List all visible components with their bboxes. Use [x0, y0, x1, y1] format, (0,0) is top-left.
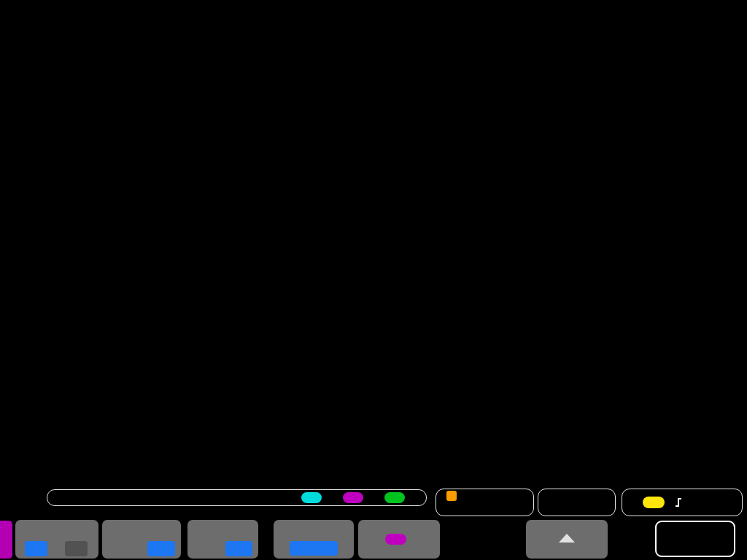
termination-1m-option[interactable] [108, 541, 140, 556]
termination-50-option[interactable] [147, 541, 175, 556]
more-button[interactable] [526, 520, 608, 559]
ch3-readout[interactable] [343, 492, 374, 503]
ch2-badge [301, 492, 322, 503]
label-channel-badge [385, 534, 406, 545]
invert-on-option[interactable] [195, 541, 217, 556]
termination-button[interactable] [102, 520, 181, 559]
ch4-readout[interactable] [384, 492, 416, 503]
channel-menu-tab[interactable] [0, 521, 12, 559]
oscilloscope-screen [0, 0, 747, 560]
horizontal-readout-box[interactable] [436, 489, 534, 516]
trigger-source-badge [643, 497, 665, 508]
ch3-badge [343, 492, 363, 503]
invert-button[interactable] [187, 520, 258, 559]
coupling-button[interactable] [15, 520, 98, 559]
rising-edge-icon [674, 496, 686, 509]
datetime-display [655, 521, 735, 557]
invert-off-option[interactable] [225, 541, 252, 556]
acquisition-readout-box[interactable] [538, 489, 616, 516]
coupling-ac-option[interactable] [65, 541, 88, 556]
channel-readout-box[interactable] [47, 489, 427, 506]
bandwidth-value-option[interactable] [290, 541, 338, 556]
trigger-readout-box[interactable] [622, 489, 743, 516]
bandwidth-button[interactable] [274, 520, 354, 559]
trigger-t-icon [446, 491, 457, 501]
ch2-readout[interactable] [301, 492, 333, 503]
chevron-up-icon [559, 534, 575, 542]
coupling-dc-option[interactable] [25, 541, 47, 556]
waveform-display-area[interactable] [0, 0, 747, 560]
label-button[interactable] [358, 520, 440, 559]
ch4-badge [384, 492, 405, 503]
